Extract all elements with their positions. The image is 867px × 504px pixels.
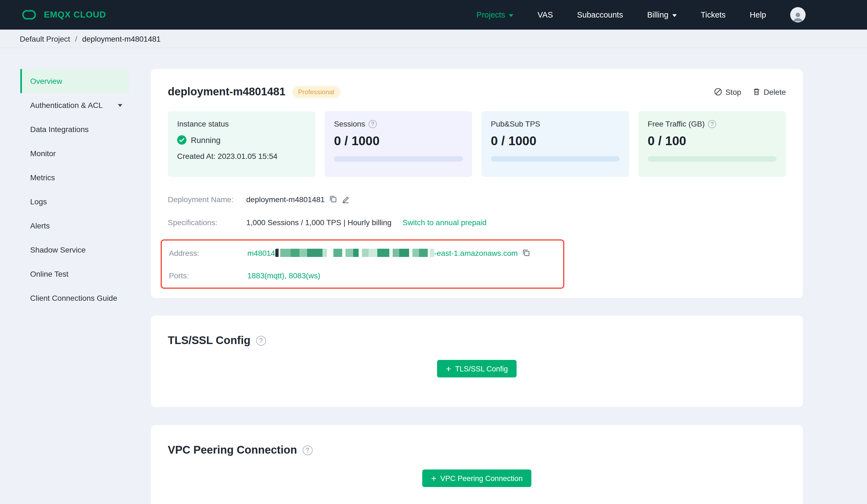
person-icon xyxy=(791,10,804,22)
stat-card-instance-status: Instance status Running Created A xyxy=(168,111,315,177)
brand-logo[interactable]: EMQX CLOUD xyxy=(20,8,106,21)
nav-item-projects[interactable]: Projects xyxy=(477,10,514,19)
edit-icon[interactable] xyxy=(342,195,350,203)
stat-card-free-traffic: Free Traffic (GB) 0 / 100 xyxy=(638,111,786,177)
add-vpc-peering-button[interactable]: VPC Peering Connection xyxy=(422,470,532,487)
nav-item-label: Subaccounts xyxy=(577,10,623,19)
top-navbar: EMQX CLOUD Projects VAS Subaccounts Bill… xyxy=(0,0,867,30)
stop-icon xyxy=(714,88,722,96)
sidebar-item-label: Alerts xyxy=(30,221,50,230)
main-content: deployment-m4801481 Professional Stop xyxy=(151,69,803,504)
help-question-icon[interactable] xyxy=(256,336,266,346)
plus-icon xyxy=(446,364,451,373)
stat-label: Free Traffic (GB) xyxy=(647,119,705,128)
tls-ssl-config-card: TLS/SSL Config TLS/SSL Config xyxy=(151,316,803,407)
help-question-icon[interactable] xyxy=(302,445,312,455)
address-suffix: -east-1.amazonaws.com xyxy=(434,249,518,257)
sidebar-item-online-test[interactable]: Online Test xyxy=(20,262,129,286)
traffic-progress-bar xyxy=(647,156,777,162)
sidebar-item-label: Authentication & ACL xyxy=(30,101,103,110)
help-question-icon[interactable] xyxy=(368,120,377,128)
chevron-down-icon xyxy=(672,14,677,17)
sidebar-item-label: Metrics xyxy=(30,173,55,182)
sidebar-item-metrics[interactable]: Metrics xyxy=(20,165,129,189)
nav-item-label: Help xyxy=(750,10,766,19)
nav-item-label: Tickets xyxy=(701,10,726,19)
sidebar-item-authentication-acl[interactable]: Authentication & ACL xyxy=(20,93,129,117)
breadcrumb-project[interactable]: Default Project xyxy=(20,34,70,43)
deployment-title: deployment-m4801481 xyxy=(168,86,286,98)
copy-icon[interactable] xyxy=(329,195,337,203)
deployment-header: deployment-m4801481 Professional Stop xyxy=(168,86,786,98)
sidebar-item-alerts[interactable]: Alerts xyxy=(20,213,129,238)
sessions-value: 0 / 1000 xyxy=(334,134,463,149)
sidebar-item-shadow-service[interactable]: Shadow Service xyxy=(20,238,129,262)
navbar-menu: Projects VAS Subaccounts Billing Tickets… xyxy=(477,7,805,22)
specifications-value: 1,000 Sessions / 1,000 TPS | Hourly bill… xyxy=(246,218,392,227)
vpc-peering-card: VPC Peering Connection VPC Peering Conne… xyxy=(151,425,803,504)
plus-icon xyxy=(431,474,437,483)
user-avatar[interactable] xyxy=(790,7,805,22)
switch-annual-prepaid-link[interactable]: Switch to annual prepaid xyxy=(403,218,487,227)
deployment-overview-card: deployment-m4801481 Professional Stop xyxy=(151,69,803,298)
stat-label: Instance status xyxy=(177,119,229,128)
add-tls-ssl-config-button[interactable]: TLS/SSL Config xyxy=(437,360,517,377)
ports-label: Ports: xyxy=(169,271,247,280)
nav-item-vas[interactable]: VAS xyxy=(538,10,553,19)
breadcrumb-deployment: deployment-m4801481 xyxy=(82,34,160,43)
tps-value: 0 / 1000 xyxy=(491,134,620,149)
sidebar-item-data-integrations[interactable]: Data Integrations xyxy=(20,117,129,141)
deployment-name-value: deployment-m4801481 xyxy=(246,195,325,204)
chevron-down-icon xyxy=(118,104,122,107)
stat-card-pubsub-tps: Pub&Sub TPS 0 / 1000 xyxy=(481,111,629,177)
nav-item-label: Projects xyxy=(477,10,505,19)
specifications-label: Specifications: xyxy=(168,218,246,227)
emqx-cloud-console: EMQX CLOUD Projects VAS Subaccounts Bill… xyxy=(0,0,867,504)
specifications-row: Specifications: 1,000 Sessions / 1,000 T… xyxy=(168,216,786,228)
stop-label: Stop xyxy=(725,87,741,96)
nav-item-label: Billing xyxy=(647,10,668,19)
deployment-name-label: Deployment Name: xyxy=(168,195,246,204)
nav-item-help[interactable]: Help xyxy=(750,10,766,19)
sidebar-item-label: Data Integrations xyxy=(30,125,88,134)
sidebar-item-label: Client Connections Guide xyxy=(30,294,117,303)
ports-row: Ports: 1883(mqtt), 8083(ws) xyxy=(169,270,556,281)
sidebar-item-logs[interactable]: Logs xyxy=(20,189,129,213)
sidebar-item-label: Online Test xyxy=(30,270,68,278)
breadcrumb-separator: / xyxy=(75,34,77,43)
help-question-icon[interactable] xyxy=(708,120,716,128)
sessions-progress-bar xyxy=(334,156,463,162)
sidebar-item-monitor[interactable]: Monitor xyxy=(20,141,129,165)
instance-status-value: Running xyxy=(191,135,221,144)
nav-item-subaccounts[interactable]: Subaccounts xyxy=(577,10,623,19)
brand-name: EMQX CLOUD xyxy=(44,10,106,20)
delete-button[interactable]: Delete xyxy=(752,87,786,96)
page: EMQX CLOUD Projects VAS Subaccounts Bill… xyxy=(0,0,867,504)
address-label: Address: xyxy=(169,249,247,257)
address-row: Address: m48014 -east-1.amazonaws.com xyxy=(169,247,556,259)
redacted-address-pixels xyxy=(275,249,434,257)
address-prefix: m48014 xyxy=(247,249,275,257)
nav-item-billing[interactable]: Billing xyxy=(647,10,676,19)
stop-button[interactable]: Stop xyxy=(714,87,741,96)
content-layout: Overview Authentication & ACL Data Integ… xyxy=(0,48,867,504)
sidebar-item-client-connections-guide[interactable]: Client Connections Guide xyxy=(20,286,129,310)
emqx-logo-icon xyxy=(20,8,39,21)
deployment-actions: Stop Delete xyxy=(714,87,786,96)
stat-label: Sessions xyxy=(334,119,365,128)
sidebar-item-overview[interactable]: Overview xyxy=(20,69,129,93)
deployment-details: Deployment Name: deployment-m4801481 xyxy=(168,193,786,289)
sidebar-item-label: Overview xyxy=(30,77,62,86)
nav-item-label: VAS xyxy=(538,10,553,19)
button-label: TLS/SSL Config xyxy=(455,364,508,373)
delete-label: Delete xyxy=(764,87,786,96)
breadcrumb: Default Project / deployment-m4801481 xyxy=(0,30,867,48)
copy-icon[interactable] xyxy=(522,249,530,257)
sidebar-item-label: Shadow Service xyxy=(30,245,86,254)
sidebar-item-label: Monitor xyxy=(30,149,56,158)
nav-item-tickets[interactable]: Tickets xyxy=(701,10,726,19)
traffic-value: 0 / 100 xyxy=(647,134,777,149)
check-circle-icon xyxy=(177,135,186,145)
vpc-peering-title: VPC Peering Connection xyxy=(168,444,297,456)
ports-value: 1883(mqtt), 8083(ws) xyxy=(247,271,320,280)
